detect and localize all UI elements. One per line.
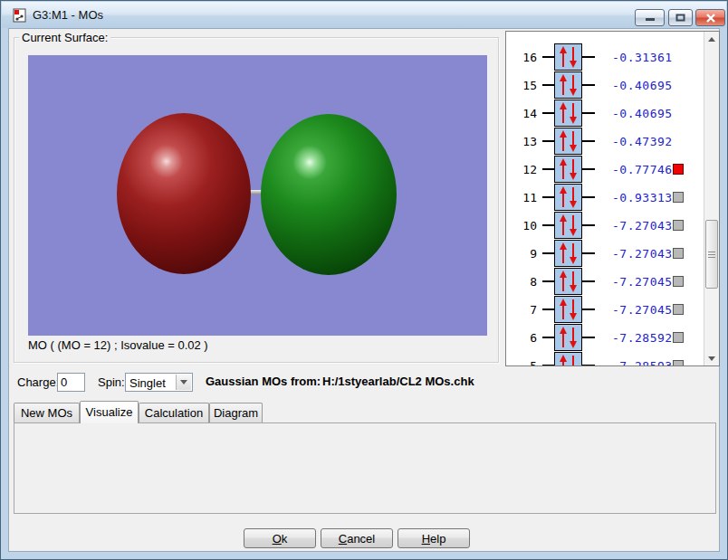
mo-number: 11 (512, 184, 537, 212)
mo-list-scrollbar[interactable] (704, 32, 719, 365)
spin-arrows-icon (555, 269, 581, 294)
mo-level-row[interactable]: 14 -0.40695 (506, 100, 704, 128)
spin-label: Spin: (98, 375, 125, 389)
minimize-button[interactable] (635, 9, 665, 26)
spin-arrows-icon (555, 353, 581, 366)
level-line (582, 224, 595, 226)
cancel-button[interactable]: Cancel (321, 528, 393, 548)
spin-arrows-icon (555, 325, 581, 350)
mo-level-row[interactable]: 7 -7.27045 (506, 296, 704, 324)
mo-level-list[interactable]: 16 -0.31361 15 -0.40695 14 (505, 31, 720, 366)
mo-select-square[interactable] (673, 164, 684, 175)
dropdown-button[interactable] (176, 375, 191, 390)
orbital-occupancy-icon[interactable] (554, 352, 582, 366)
level-line (542, 168, 554, 170)
mo-select-square[interactable] (673, 304, 684, 315)
level-line (582, 308, 595, 310)
orbital-occupancy-icon[interactable] (554, 324, 582, 351)
mo-select-square[interactable] (673, 332, 684, 343)
mos-source-path: H:/1styearlab/CL2 MOs.chk (322, 375, 474, 388)
mo-energy: -7.27043 (612, 240, 673, 268)
scroll-up-button[interactable] (704, 32, 719, 46)
mo-level-row[interactable]: 16 -0.31361 (506, 43, 704, 71)
mo-level-row[interactable]: 15 -0.40695 (506, 71, 704, 100)
tab-visualize[interactable]: Visualize (80, 401, 139, 423)
level-line (542, 337, 554, 338)
mo-number: 16 (512, 43, 537, 71)
spin-arrows-icon (555, 44, 581, 70)
mo-level-row[interactable]: 13 -0.47392 (506, 128, 704, 156)
spin-arrows-icon (555, 241, 581, 266)
orbital-occupancy-icon[interactable] (554, 156, 582, 183)
triangle-down-icon (708, 356, 715, 361)
mo-level-row[interactable]: 5 -7.28593 (506, 352, 704, 366)
spin-arrows-icon (555, 72, 581, 98)
ok-button[interactable]: Ok (244, 528, 316, 548)
mo-energy: -0.47392 (612, 128, 673, 156)
spin-arrows-icon (555, 100, 581, 126)
title-bar[interactable]: G3:M1 - MOs (2, 2, 726, 28)
mo-number: 12 (512, 156, 537, 184)
mo-level-row[interactable]: 11 -0.93313 (506, 184, 704, 212)
spin-select[interactable]: Singlet (125, 373, 193, 392)
mo-level-row[interactable]: 9 -7.27043 (506, 240, 704, 268)
mo-lobe-positive (261, 114, 397, 275)
mo-select-square[interactable] (673, 248, 684, 259)
charge-input[interactable] (57, 373, 85, 392)
mo-select-square[interactable] (673, 276, 684, 287)
help-button[interactable]: Help (398, 528, 470, 548)
level-line (542, 84, 554, 86)
spin-arrows-icon (555, 185, 581, 210)
level-line (582, 168, 595, 170)
level-line (542, 308, 554, 310)
chevron-down-icon (180, 380, 187, 384)
level-line (542, 224, 554, 226)
level-line (542, 252, 554, 254)
mo-energy: -0.31361 (612, 43, 673, 71)
level-line (582, 252, 595, 254)
orbital-occupancy-icon[interactable] (554, 43, 582, 71)
level-line (582, 280, 595, 282)
mo-level-row-partial[interactable] (506, 31, 704, 43)
level-line (582, 112, 595, 114)
mo-level-row[interactable]: 6 -7.28592 (506, 324, 704, 352)
tab-new-mos[interactable]: New MOs (14, 403, 80, 422)
mo-number: 8 (512, 268, 537, 296)
mo-level-row[interactable]: 12 -0.77746 (506, 156, 704, 184)
window-title: G3:M1 - MOs (33, 8, 103, 22)
app-molecule-icon (13, 8, 27, 23)
minimize-icon (645, 14, 656, 22)
mo-surface-viewport[interactable] (28, 55, 487, 336)
mo-number: 6 (512, 324, 537, 352)
orbital-occupancy-icon[interactable] (554, 268, 582, 295)
tab-calculation[interactable]: Calculation (139, 403, 209, 422)
level-line (582, 56, 595, 58)
mo-energy: -7.28592 (612, 324, 673, 352)
close-button[interactable] (695, 9, 725, 26)
mo-number: 7 (512, 296, 537, 324)
level-line (582, 337, 595, 338)
mo-level-row[interactable]: 8 -7.27045 (506, 268, 704, 296)
mo-select-square[interactable] (673, 192, 684, 203)
orbital-occupancy-icon[interactable] (554, 71, 582, 99)
orbital-occupancy-icon[interactable] (554, 100, 582, 127)
mo-select-square[interactable] (673, 220, 684, 231)
orbital-occupancy-icon[interactable] (554, 128, 582, 155)
scrollbar-thumb[interactable] (705, 220, 718, 289)
spin-arrows-icon (555, 157, 581, 182)
mo-energy: -7.28593 (612, 352, 673, 366)
maximize-button[interactable] (668, 9, 693, 26)
orbital-occupancy-icon[interactable] (554, 184, 582, 211)
mo-select-square[interactable] (673, 360, 684, 366)
orbital-occupancy-icon[interactable] (554, 212, 582, 239)
level-line (542, 140, 554, 142)
mo-level-row[interactable]: 10 -7.27043 (506, 212, 704, 240)
tab-diagram[interactable]: Diagram (209, 403, 263, 422)
mo-energy: -0.40695 (612, 100, 673, 128)
orbital-occupancy-icon[interactable] (554, 240, 582, 267)
visualize-tab-panel (14, 422, 716, 514)
mo-energy: -0.40695 (612, 71, 673, 100)
scroll-down-button[interactable] (704, 351, 719, 365)
orbital-occupancy-icon[interactable] (554, 296, 582, 323)
surface-caption: MO ( (MO = 12) ; Isovalue = 0.02 ) (28, 338, 208, 352)
